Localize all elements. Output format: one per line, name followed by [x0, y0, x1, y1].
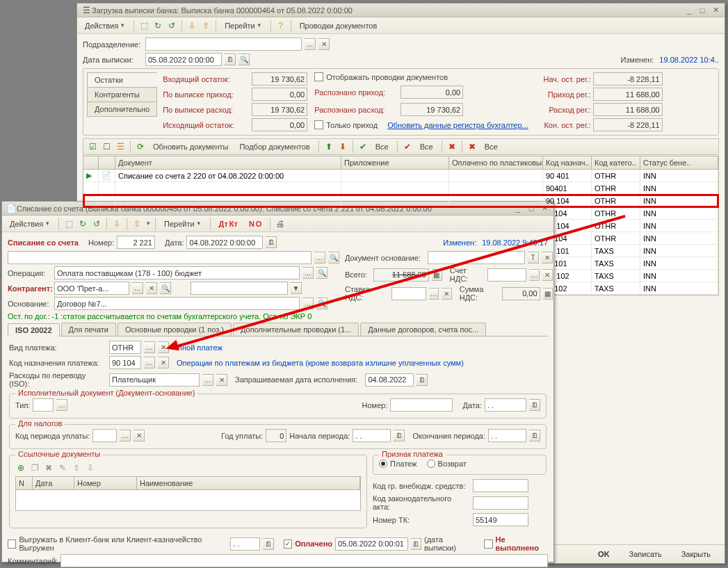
export-checkbox[interactable]	[8, 539, 16, 549]
check-red-icon[interactable]: ✔	[402, 141, 413, 152]
period-end-input[interactable]: . .	[488, 429, 526, 442]
add-icon[interactable]: ⊕	[15, 462, 26, 473]
x-red-icon[interactable]: ✖	[467, 141, 478, 152]
search-icon[interactable]: 🔍	[238, 54, 250, 65]
move-up-icon[interactable]: ⬆	[323, 141, 334, 152]
tb-icon-4[interactable]: ⇩	[186, 20, 197, 31]
table-row[interactable]: 90401OTHRINN	[83, 182, 718, 195]
pay-year-input[interactable]: 0	[266, 429, 286, 442]
doc-basis-x-icon[interactable]: ✕	[542, 252, 553, 263]
tb-icon-2[interactable]: ↻	[152, 20, 163, 31]
tab-iso[interactable]: ISO 20022	[8, 323, 60, 336]
tb-icon-1[interactable]: ⬚	[138, 20, 149, 31]
purpose-code-select-icon[interactable]: …	[144, 357, 155, 368]
help-icon[interactable]: ?	[275, 20, 286, 31]
paid-date-input[interactable]: 05.08.2022 0:00:01	[335, 537, 408, 551]
ok-button[interactable]: OK	[591, 548, 617, 560]
nds-acc-select-icon[interactable]: …	[529, 269, 540, 281]
type-input[interactable]	[33, 398, 54, 412]
tb-icon-5[interactable]: ⇧	[200, 20, 211, 31]
sub-actions-dropdown[interactable]: Действия▼	[6, 218, 54, 229]
sub-print-icon[interactable]: 🖨	[275, 218, 286, 229]
type-select-icon[interactable]: …	[56, 399, 67, 411]
check-green-icon[interactable]: ✔	[357, 141, 369, 152]
statement-date-input[interactable]: 05.08.2022 0:00:00	[145, 53, 222, 66]
nds-sum-input[interactable]: 0,00	[502, 287, 540, 300]
pe-cal-icon[interactable]: 🗓	[529, 430, 540, 441]
save-button[interactable]: Записать	[622, 548, 669, 560]
cp-search-icon[interactable]: 🔍	[160, 282, 171, 294]
nds-rate-x-icon[interactable]: ✕	[442, 288, 451, 300]
select-docs-button[interactable]: Подбор документов	[235, 141, 314, 152]
sub-tb-3[interactable]: ↺	[91, 218, 102, 229]
date2-input[interactable]: . .	[485, 398, 526, 412]
tab-counterparties[interactable]: Контрагенты	[87, 87, 157, 102]
pay-period-code-input[interactable]	[92, 429, 117, 442]
transfer-expenses-input[interactable]: Плательщик	[109, 373, 200, 387]
date-cal-icon[interactable]: 🗓	[266, 236, 277, 248]
total-calc-icon[interactable]: ▦	[432, 269, 442, 281]
sub-dk-icon[interactable]: ДтКт	[215, 218, 242, 229]
counterparty-input[interactable]: ООО 'Прет-а...	[54, 282, 129, 295]
paid-checkbox[interactable]: ✓	[284, 539, 292, 549]
copy-icon[interactable]: ❐	[29, 462, 40, 473]
col-category-code[interactable]: Код катего..	[592, 156, 640, 169]
exec-date-input[interactable]: 04.08.2022	[365, 373, 414, 387]
calendar-icon[interactable]: 🗓	[225, 54, 236, 65]
not-done-checkbox[interactable]	[484, 539, 492, 549]
close-button[interactable]: ✕	[710, 6, 721, 15]
doc-basis-t-icon[interactable]: T	[528, 252, 539, 263]
maximize-button[interactable]: □	[697, 6, 708, 15]
sub-tb-1[interactable]: ⬚	[63, 218, 74, 229]
select-icon[interactable]: ☑	[87, 141, 98, 152]
cp-clear-icon[interactable]: ✕	[146, 282, 157, 294]
subdivision-input[interactable]	[145, 38, 302, 51]
close-main-button[interactable]: Закрыть	[674, 548, 718, 560]
col-attachment[interactable]: Приложение	[341, 156, 449, 169]
account-field[interactable]	[8, 251, 312, 264]
operation-select-icon[interactable]: …	[302, 267, 314, 279]
num-input[interactable]	[390, 398, 453, 412]
nds-rate-input[interactable]	[391, 287, 426, 300]
table-row[interactable]: ▶📄Списание со счета 2 220 от 04.08.2022 …	[83, 170, 718, 182]
col-beneficiary-status[interactable]: Статус бене..	[640, 156, 718, 169]
sub-goto-dropdown[interactable]: Перейти▼	[160, 218, 206, 229]
col-purpose-code[interactable]: Код назнач..	[543, 156, 592, 169]
actions-dropdown[interactable]: Действия▼	[81, 20, 129, 31]
account-select-icon[interactable]: …	[314, 252, 325, 263]
operation-input[interactable]: Оплата поставщикам (178 - 100) бюджет	[54, 266, 300, 279]
tab-main-postings[interactable]: Основные проводки (1 поз.)	[118, 323, 232, 336]
doc-basis-input[interactable]	[428, 251, 525, 264]
all-check-button[interactable]: Все	[371, 141, 393, 152]
basis-select-icon[interactable]: …	[302, 298, 314, 309]
exec-date-cal-icon[interactable]: 🗓	[416, 374, 428, 386]
sub-tb-5[interactable]: ⇧	[131, 218, 143, 229]
export-cal-icon[interactable]: 🗓	[263, 538, 273, 550]
all-x-button[interactable]: Все	[480, 141, 502, 152]
total-input[interactable]: 11 688,00	[373, 268, 429, 282]
tab-additional[interactable]: Дополнительно	[87, 102, 157, 117]
basis-search-icon[interactable]: 🔍	[316, 298, 327, 309]
tab-contract-data[interactable]: Данные договоров, счета пос...	[360, 323, 486, 336]
goto-dropdown[interactable]: Перейти▼	[220, 20, 266, 31]
date-input[interactable]: 04.08.2022 0:00:00	[186, 236, 263, 249]
subdivision-clear-button[interactable]: ✕	[318, 38, 330, 50]
return-radio[interactable]	[427, 460, 435, 468]
minimize-button[interactable]: _	[683, 6, 695, 15]
ppc-select-icon[interactable]: …	[120, 430, 131, 441]
transfer-exp-x-icon[interactable]: ✕	[216, 374, 227, 386]
nds-acc-input[interactable]	[487, 268, 526, 282]
tk-input[interactable]: 55149	[473, 513, 528, 526]
transfer-exp-select-icon[interactable]: …	[202, 374, 213, 386]
move-down-icon[interactable]: ⬇	[337, 141, 348, 152]
account-search-icon[interactable]: 🔍	[328, 252, 339, 263]
nds-sum-calc-icon[interactable]: ▦	[543, 288, 553, 300]
show-postings-checkbox[interactable]	[314, 72, 323, 81]
tab-balances[interactable]: Остатки	[87, 72, 157, 88]
table-row[interactable]: 90 104OTHRINN	[83, 195, 718, 207]
subdivision-select-button[interactable]: …	[305, 38, 316, 50]
payment-type-input[interactable]: OTHR	[109, 341, 141, 354]
cp-select-icon[interactable]: …	[132, 282, 143, 294]
sub-tb-2[interactable]: ↻	[77, 218, 88, 229]
period-start-input[interactable]: . .	[353, 429, 391, 442]
